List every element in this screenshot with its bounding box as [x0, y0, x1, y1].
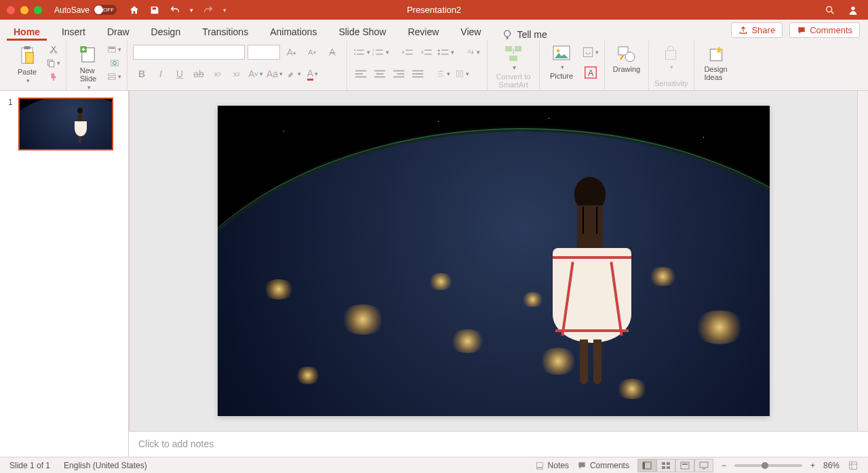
picture-text-icon[interactable]: A	[583, 65, 598, 80]
align-text-button[interactable]: ▾	[434, 65, 452, 83]
close-window-button[interactable]	[7, 6, 15, 14]
svg-point-55	[625, 52, 635, 62]
columns-button[interactable]: ▾	[453, 65, 471, 83]
text-effects-button[interactable]: AV▾	[247, 65, 264, 83]
design-ideas-button[interactable]: Design Ideas	[700, 43, 732, 83]
svg-rect-42	[412, 73, 423, 75]
bullets-button[interactable]: ▾	[353, 43, 370, 61]
maximize-window-button[interactable]	[34, 6, 42, 14]
subscript-button[interactable]: x2	[228, 65, 245, 83]
clear-formatting-icon[interactable]: A	[323, 43, 341, 61]
font-size-input[interactable]	[248, 45, 280, 60]
tab-view[interactable]: View	[454, 22, 488, 41]
decrease-indent-button[interactable]	[399, 43, 416, 61]
drawing-button[interactable]: Drawing	[610, 43, 643, 75]
comments-button[interactable]: Comments	[789, 22, 860, 38]
save-icon[interactable]	[149, 5, 160, 16]
align-center-button[interactable]	[372, 65, 389, 83]
group-design-ideas: Design Ideas	[694, 41, 738, 90]
tab-design[interactable]: Design	[144, 22, 188, 41]
reset-icon[interactable]	[110, 58, 119, 68]
new-slide-label: New Slide	[80, 66, 96, 83]
qat-customize-icon[interactable]: ▾	[223, 7, 226, 14]
zoom-out-button[interactable]: −	[722, 461, 726, 470]
share-button[interactable]: Share	[731, 22, 783, 38]
svg-text:A: A	[588, 68, 593, 78]
align-right-button[interactable]	[391, 65, 408, 83]
svg-text:1: 1	[372, 49, 374, 52]
font-name-input[interactable]	[133, 45, 245, 60]
decrease-font-icon[interactable]: A▾	[303, 43, 321, 61]
underline-button[interactable]: U	[171, 65, 189, 83]
picture-button[interactable]: ▾ Picture	[545, 43, 578, 81]
align-left-button[interactable]	[353, 65, 370, 83]
comments-toggle[interactable]: Comments	[577, 461, 629, 470]
copy-icon[interactable]	[46, 58, 56, 68]
new-slide-icon	[79, 45, 98, 65]
cut-icon[interactable]	[49, 45, 58, 54]
slide-thumbnail-panel: 1	[0, 91, 129, 457]
picture-reset-icon[interactable]	[582, 46, 594, 58]
line-spacing-button[interactable]: ▾	[437, 43, 454, 61]
format-painter-icon[interactable]	[49, 72, 58, 81]
section-icon[interactable]	[107, 72, 117, 81]
vertical-scrollbar[interactable]	[857, 91, 868, 431]
thumbnail-item[interactable]: 1	[8, 98, 120, 150]
sensitivity-button[interactable]: ▾	[654, 43, 687, 72]
picture-label: Picture	[550, 72, 573, 80]
justify-button[interactable]	[410, 65, 427, 83]
autosave-control[interactable]: AutoSave OFF	[54, 5, 117, 15]
convert-smartart-button[interactable]: ▾	[493, 43, 534, 73]
tab-slideshow[interactable]: Slide Show	[332, 22, 393, 41]
tab-transitions[interactable]: Transitions	[195, 22, 255, 41]
undo-icon[interactable]	[170, 5, 180, 16]
sorter-view-button[interactable]	[656, 459, 675, 472]
autosave-toggle[interactable]: OFF	[94, 5, 117, 15]
zoom-slider[interactable]	[734, 464, 802, 467]
new-slide-button[interactable]: New Slide ▾	[72, 43, 104, 92]
slide-canvas[interactable]	[129, 91, 857, 431]
minimize-window-button[interactable]	[20, 6, 28, 14]
increase-indent-button[interactable]	[418, 43, 435, 61]
strikethrough-button[interactable]: ab	[190, 65, 208, 83]
notes-toggle[interactable]: Notes	[535, 461, 569, 470]
tab-review[interactable]: Review	[401, 22, 446, 41]
change-case-button[interactable]: Aa▾	[266, 65, 283, 83]
tab-draw[interactable]: Draw	[100, 22, 136, 41]
normal-view-button[interactable]	[637, 459, 656, 472]
zoom-percentage[interactable]: 86%	[823, 461, 840, 470]
italic-button[interactable]: I	[152, 65, 170, 83]
paste-button[interactable]: Paste ▾	[11, 43, 43, 85]
notes-pane[interactable]: Click to add notes	[129, 431, 868, 457]
undo-more-icon[interactable]: ▾	[190, 7, 193, 14]
thumbnail-preview[interactable]	[18, 98, 113, 150]
search-icon[interactable]	[825, 5, 835, 16]
reading-view-button[interactable]	[675, 459, 694, 472]
font-color-button[interactable]: A▾	[304, 65, 321, 83]
svg-text:2: 2	[372, 53, 374, 56]
slideshow-view-button[interactable]	[694, 459, 713, 472]
layout-icon[interactable]	[107, 45, 117, 54]
slide-counter[interactable]: Slide 1 of 1	[9, 461, 50, 470]
increase-font-icon[interactable]: A▴	[283, 43, 300, 61]
slide-image-person[interactable]	[554, 177, 626, 394]
text-direction-button[interactable]: A▾	[464, 43, 481, 61]
bold-button[interactable]: B	[133, 65, 151, 83]
tab-animations[interactable]: Animations	[263, 22, 323, 41]
quick-access-toolbar: ▾ ▾	[129, 5, 226, 16]
svg-rect-29	[441, 49, 449, 51]
language-status[interactable]: English (United States)	[64, 461, 147, 470]
zoom-in-button[interactable]: +	[810, 461, 815, 470]
slide[interactable]	[218, 106, 770, 416]
tell-me-search[interactable]: Tell me	[501, 28, 547, 41]
account-icon[interactable]	[848, 5, 859, 16]
fit-to-window-button[interactable]	[848, 460, 859, 471]
tab-insert[interactable]: Insert	[55, 22, 92, 41]
superscript-button[interactable]: x2	[209, 65, 226, 83]
drawing-label: Drawing	[613, 65, 640, 73]
redo-icon[interactable]	[203, 5, 214, 16]
home-icon[interactable]	[129, 5, 140, 16]
highlight-button[interactable]: ▾	[285, 65, 302, 83]
tab-home[interactable]: Home	[7, 22, 47, 41]
numbering-button[interactable]: 12▾	[372, 43, 389, 61]
